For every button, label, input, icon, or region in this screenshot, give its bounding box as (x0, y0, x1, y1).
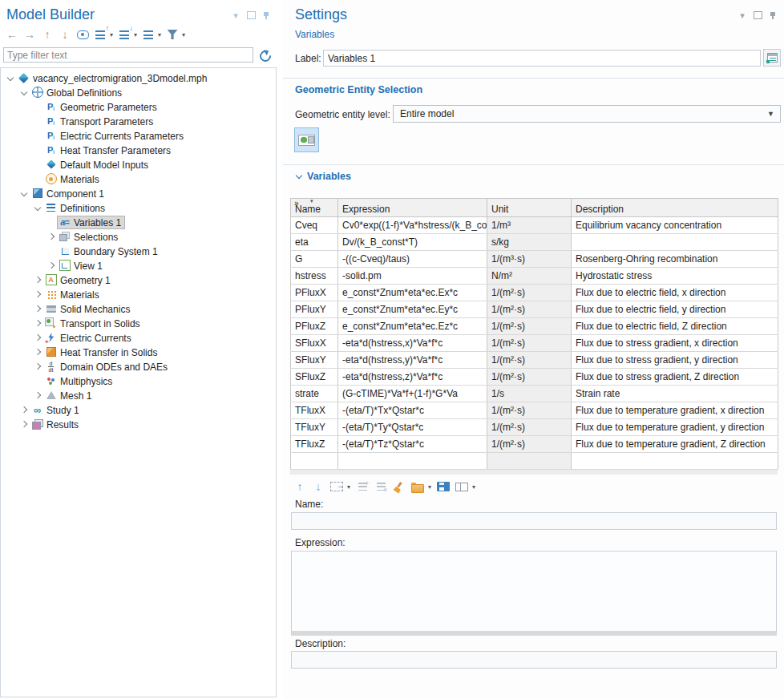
description-cell[interactable]: Strain rate (572, 386, 778, 402)
name-cell[interactable]: Cveq (291, 217, 338, 234)
model-tree-nodes-icon[interactable] (142, 27, 155, 42)
expression-cell[interactable]: (G-cTIME)*Va*f+(1-f)*G*Va (338, 386, 487, 402)
name-cell[interactable] (291, 453, 338, 470)
variables-section-header[interactable]: Variables (295, 171, 351, 182)
tree-item-component-1[interactable]: Component 1 (1, 186, 276, 200)
tree-item-multiphysics[interactable]: Multiphysics (1, 374, 276, 388)
description-cell[interactable] (572, 453, 778, 470)
move-up-icon[interactable]: ↑ (41, 27, 54, 42)
expression-cell[interactable]: e_const*Znum*eta*ec.Ez*c (338, 318, 487, 335)
column-header-name[interactable]: » ▾ Name (291, 199, 338, 217)
expand-caret-icon[interactable]: ▾ (110, 31, 113, 38)
column-settings-icon[interactable] (455, 483, 468, 491)
unit-cell[interactable]: 1/(m²·s) (487, 335, 572, 352)
unit-cell[interactable]: s/kg (487, 234, 572, 251)
filter-icon[interactable] (166, 27, 179, 42)
name-cell[interactable]: TFluxX (291, 402, 338, 419)
description-cell[interactable]: Flux due to temperature gradient, x dire… (572, 402, 778, 419)
chevron-right-icon[interactable] (33, 304, 43, 314)
unit-cell[interactable]: 1/(m²·s) (487, 318, 572, 335)
expression-cell[interactable]: e_const*Znum*eta*ec.Ey*c (338, 301, 487, 318)
tree-item-view-1[interactable]: View 1 (1, 258, 276, 273)
table-horizontal-scrollbar[interactable] (290, 470, 778, 475)
expression-cell[interactable]: -eta*d(hstress,x)*Va*f*c (338, 335, 487, 352)
chevron-right-icon[interactable] (19, 419, 30, 430)
tree-item-variables-1[interactable]: Variables 1 (1, 215, 276, 229)
pin-icon[interactable] (261, 10, 271, 20)
move-to-caret-icon[interactable]: ▾ (347, 483, 350, 491)
expression-cell[interactable]: -(eta/T)*Tx*Qstar*c (338, 402, 487, 419)
column-header-expression[interactable]: Expression (338, 199, 487, 217)
tree-item-definitions[interactable]: Definitions (1, 200, 276, 215)
expression-cell[interactable]: Dv/(k_B_const*T) (338, 234, 487, 251)
name-cell[interactable]: strate (291, 386, 338, 402)
collapse-icon[interactable]: ↓ (118, 27, 131, 42)
tree-item-results[interactable]: Results (1, 417, 276, 431)
column-settings-caret-icon[interactable]: ▾ (472, 483, 475, 491)
tree-item-selections[interactable]: Selections (1, 229, 276, 244)
sort-indicator-icon[interactable]: » (294, 199, 298, 208)
chevron-down-icon[interactable] (19, 188, 30, 199)
description-cell[interactable]: Equilibrium vacancy concentration (572, 217, 778, 234)
expand-icon[interactable]: ↑ (94, 27, 107, 42)
expression-cell[interactable]: -eta*d(hstress,z)*Va*f*c (338, 369, 487, 386)
move-row-up-icon[interactable]: ↑ (293, 479, 306, 494)
tree-item-vacancy-electromigration-3dmodel-mph[interactable]: vacancy_electromigration_3Dmodel.mph (1, 71, 276, 85)
float-panel-icon[interactable] (753, 10, 762, 20)
unit-cell[interactable]: 1/s (487, 386, 572, 402)
unit-cell[interactable]: 1/(m²·s) (487, 352, 572, 369)
description-cell[interactable]: Flux due to electric field, y direction (572, 301, 778, 318)
name-cell[interactable]: TFluxY (291, 419, 338, 436)
tree-item-global-definitions[interactable]: Global Definitions (1, 85, 276, 99)
filter-input[interactable] (3, 47, 253, 63)
tree-item-transport-parameters[interactable]: Transport Parameters (1, 114, 276, 128)
chevron-right-icon[interactable] (33, 333, 43, 343)
tree-item-boundary-system-1[interactable]: Boundary System 1 (1, 244, 276, 258)
description-cell[interactable]: Flux due to stress gradient, y direction (572, 352, 778, 369)
chevron-down-icon[interactable] (19, 87, 30, 98)
panel-menu-icon[interactable] (738, 10, 747, 20)
description-input[interactable] (291, 651, 777, 669)
chevron-right-icon[interactable] (33, 390, 43, 401)
name-cell[interactable]: PFluxZ (291, 318, 338, 335)
name-cell[interactable]: G (291, 251, 338, 268)
description-cell[interactable]: Flux due to temperature gradient, y dire… (572, 419, 778, 436)
forward-icon[interactable]: → (23, 27, 36, 42)
name-cell[interactable]: PFluxX (291, 285, 338, 301)
back-icon[interactable]: ← (6, 27, 18, 42)
load-caret-icon[interactable]: ▾ (428, 483, 431, 491)
move-row-down-icon[interactable]: ↓ (312, 479, 325, 494)
unit-cell[interactable]: N/m² (487, 268, 572, 285)
collapse-caret-icon[interactable]: ▾ (134, 31, 137, 38)
expression-cell[interactable] (338, 453, 487, 470)
tree-item-mesh-1[interactable]: Mesh 1 (1, 388, 276, 402)
unit-cell[interactable] (487, 453, 572, 470)
tree-item-domain-odes-and-daes[interactable]: Domain ODEs and DAEs (1, 359, 276, 374)
move-to-icon[interactable] (330, 482, 343, 491)
chevron-down-icon[interactable] (33, 203, 43, 213)
name-cell[interactable]: PFluxY (291, 301, 338, 318)
unit-cell[interactable]: 1/(m²·s) (487, 419, 572, 436)
tree-item-materials[interactable]: Materials (1, 172, 276, 186)
unit-cell[interactable]: 1/(m²·s) (487, 402, 572, 419)
tree-item-geometry-1[interactable]: Geometry 1 (1, 273, 276, 287)
unit-cell[interactable]: 1/(m²·s) (487, 436, 572, 453)
unit-cell[interactable]: 1/m³ (487, 217, 572, 234)
panel-menu-icon[interactable] (231, 10, 240, 20)
load-from-file-icon[interactable] (411, 483, 424, 491)
geometric-entity-level-select[interactable]: Entire model ▼ (393, 105, 781, 123)
expression-cell[interactable]: -(eta/T)*Ty*Qstar*c (338, 419, 487, 436)
tree-item-study-1[interactable]: Study 1 (1, 402, 276, 417)
chevron-right-icon[interactable] (19, 405, 30, 415)
description-cell[interactable]: Hydrostatic stress (572, 268, 778, 285)
move-down-icon[interactable]: ↓ (59, 27, 71, 42)
unit-cell[interactable]: 1/(m²·s) (487, 285, 572, 301)
show-icon[interactable] (76, 27, 89, 42)
expression-cell[interactable]: -(eta/T)*Tz*Qstar*c (338, 436, 487, 453)
filter-caret-icon[interactable]: ▾ (182, 31, 185, 38)
tree-item-heat-transfer-in-solids[interactable]: Heat Transfer in Solids (1, 345, 276, 359)
tree-item-transport-in-solids[interactable]: Transport in Solids (1, 316, 276, 330)
unit-cell[interactable]: 1/(m²·s) (487, 301, 572, 318)
name-cell[interactable]: SFluxX (291, 335, 338, 352)
tree-item-materials[interactable]: Materials (1, 287, 276, 301)
